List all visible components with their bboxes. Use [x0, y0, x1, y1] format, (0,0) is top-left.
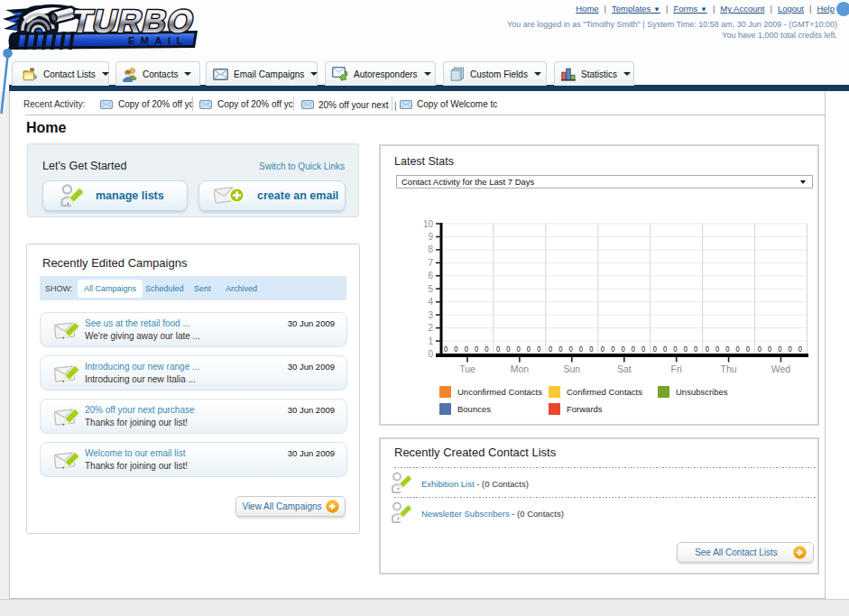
svg-text:Fri: Fri [671, 363, 682, 374]
svg-text:0: 0 [558, 345, 563, 354]
svg-text:5: 5 [428, 284, 433, 294]
svg-text:0: 0 [632, 345, 636, 354]
svg-text:0: 0 [428, 349, 433, 359]
svg-text:Wed: Wed [771, 363, 791, 374]
svg-text:2: 2 [428, 323, 433, 333]
svg-text:Tue: Tue [459, 363, 475, 374]
svg-text:0: 0 [579, 345, 584, 354]
svg-text:6: 6 [428, 271, 433, 280]
svg-text:0: 0 [517, 345, 521, 354]
svg-text:0: 0 [444, 345, 448, 354]
svg-text:9: 9 [428, 232, 433, 242]
svg-text:0: 0 [537, 345, 541, 354]
svg-text:1: 1 [428, 336, 433, 346]
svg-text:0: 0 [475, 345, 479, 354]
svg-text:0: 0 [484, 345, 489, 354]
svg-text:10: 10 [423, 219, 434, 229]
svg-text:4: 4 [428, 297, 433, 307]
svg-text:0: 0 [454, 345, 458, 354]
svg-text:0: 0 [673, 345, 678, 354]
svg-text:Thu: Thu [721, 363, 737, 374]
svg-text:8: 8 [428, 244, 433, 254]
svg-text:0: 0 [641, 345, 646, 354]
svg-text:0: 0 [694, 345, 698, 354]
svg-text:0: 0 [496, 345, 501, 354]
svg-text:7: 7 [428, 258, 433, 268]
svg-text:0: 0 [758, 345, 762, 354]
svg-text:0: 0 [798, 345, 803, 354]
svg-text:0: 0 [778, 345, 782, 354]
svg-text:0: 0 [746, 345, 751, 354]
svg-text:0: 0 [569, 345, 574, 354]
svg-text:0: 0 [725, 345, 730, 354]
svg-text:3: 3 [428, 310, 433, 320]
svg-text:0: 0 [684, 345, 688, 354]
svg-text:TURBO: TURBO [68, 4, 198, 40]
svg-text:Mon: Mon [511, 363, 530, 374]
svg-text:0: 0 [611, 345, 615, 354]
svg-text:0: 0 [506, 345, 511, 354]
svg-text:Sun: Sun [563, 363, 580, 374]
svg-text:0: 0 [601, 345, 605, 354]
svg-text:0: 0 [653, 345, 658, 354]
svg-text:0: 0 [768, 345, 772, 354]
svg-text:0: 0 [527, 345, 531, 354]
svg-text:0: 0 [789, 345, 793, 354]
svg-text:0: 0 [706, 345, 710, 354]
svg-text:0: 0 [736, 345, 741, 354]
svg-text:0: 0 [465, 345, 469, 354]
svg-text:0: 0 [549, 345, 553, 354]
svg-text:0: 0 [663, 345, 668, 354]
svg-text:0: 0 [589, 345, 594, 354]
svg-text:0: 0 [621, 345, 625, 354]
svg-text:0: 0 [715, 345, 720, 354]
svg-text:Sat: Sat [617, 363, 632, 374]
